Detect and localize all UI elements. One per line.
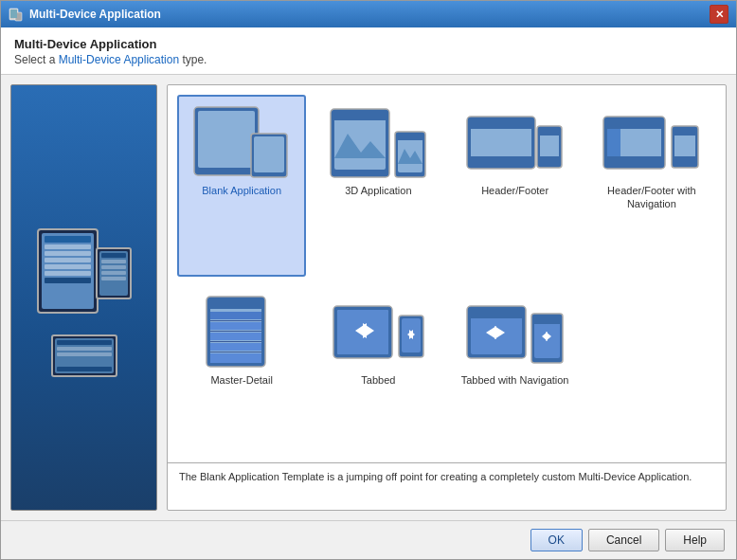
bottom-devices (51, 334, 117, 377)
svg-rect-36 (210, 320, 261, 321)
screen-line (101, 260, 126, 263)
devices-illustration (37, 219, 132, 323)
phone-icon (96, 247, 132, 299)
svg-rect-41 (210, 343, 261, 351)
tabbednav-label: Tabbed with Navigation (461, 373, 569, 387)
template-3d[interactable]: 3D Application (314, 95, 442, 277)
screen-line (45, 258, 91, 262)
svg-rect-37 (210, 322, 261, 330)
phone-screen (99, 251, 128, 296)
svg-rect-18 (471, 156, 531, 165)
3d-label: 3D Application (345, 184, 411, 197)
svg-rect-8 (334, 113, 386, 170)
subtitle-suffix: type. (179, 53, 207, 66)
3d-icon-container (326, 104, 430, 180)
svg-rect-14 (398, 135, 422, 140)
template-hf-nav[interactable]: Header/Footer with Navigation (587, 95, 716, 277)
svg-rect-4 (198, 111, 255, 168)
blank-icon (192, 105, 292, 179)
tabbednav-icon-container (463, 294, 567, 370)
template-tabbed-nav[interactable]: Tabbed with Navigation (451, 284, 580, 453)
screen-line (57, 340, 112, 345)
panel-illustration (37, 219, 132, 377)
md-icon (192, 295, 292, 369)
svg-rect-60 (534, 316, 560, 324)
svg-rect-2 (10, 9, 17, 18)
template-tabbed[interactable]: Tabbed (314, 284, 442, 453)
blank-icon-container (189, 104, 294, 180)
svg-rect-17 (471, 120, 531, 129)
screen-line (57, 367, 112, 371)
hf-icon-container (463, 104, 567, 180)
description-area: The Blank Application Template is a jump… (168, 462, 726, 510)
svg-rect-30 (674, 129, 695, 135)
cancel-button[interactable]: Cancel (588, 529, 659, 551)
help-button[interactable]: Help (665, 529, 725, 551)
blank-label: Blank Application (202, 184, 281, 197)
app-icon (9, 7, 24, 22)
footer: OK Cancel Help (1, 520, 736, 559)
template-header-footer[interactable]: Header/Footer (451, 95, 580, 277)
screen-line (57, 347, 112, 351)
left-panel (10, 84, 157, 511)
template-master-detail[interactable]: Master-Detail (177, 284, 306, 453)
svg-rect-22 (540, 156, 559, 163)
description-text: The Blank Application Template is a jump… (179, 471, 692, 482)
ok-button[interactable]: OK (530, 529, 583, 551)
hfnav-icon-container (600, 104, 704, 180)
svg-rect-43 (210, 353, 261, 363)
svg-rect-27 (607, 129, 620, 156)
hfnav-label: Header/Footer with Navigation (593, 184, 710, 211)
screen-line (45, 236, 91, 243)
hf-icon (465, 105, 565, 179)
subtitle-link[interactable]: Multi-Device Application (59, 53, 179, 66)
svg-rect-6 (254, 136, 284, 172)
md-label: Master-Detail (210, 373, 272, 387)
svg-rect-35 (210, 312, 261, 319)
svg-rect-42 (210, 352, 261, 352)
tabbed-icon (329, 295, 428, 369)
template-blank[interactable]: Blank Application (177, 95, 306, 277)
svg-rect-31 (674, 156, 695, 163)
screen-line (45, 271, 91, 276)
screen-line (101, 253, 126, 258)
template-grid: Blank Application (168, 85, 726, 462)
svg-rect-38 (210, 331, 261, 332)
3d-icon (329, 105, 428, 179)
screen-line (101, 265, 126, 269)
close-button[interactable]: ✕ (710, 5, 728, 24)
main-window: Multi-Device Application ✕ Multi-Device … (0, 0, 737, 560)
screen-line (101, 277, 126, 280)
dialog-title: Multi-Device Application (14, 37, 723, 51)
tabbed-label: Tabbed (361, 373, 395, 387)
svg-rect-25 (607, 120, 661, 129)
screen-line (45, 251, 91, 256)
tabbednav-icon (465, 295, 565, 369)
hf-label: Header/Footer (481, 184, 548, 197)
screen-line (45, 278, 91, 283)
svg-rect-40 (210, 341, 261, 342)
window-title: Multi-Device Application (29, 8, 710, 21)
hfnav-icon (602, 105, 701, 179)
md-icon-container (189, 294, 294, 370)
svg-rect-26 (607, 156, 661, 165)
tabbed-icon-container (326, 294, 430, 370)
svg-rect-34 (210, 300, 261, 309)
landscape-screen (55, 338, 114, 373)
header-area: Multi-Device Application Select a Multi-… (1, 27, 736, 75)
tablet-screen (42, 233, 94, 309)
screen-line (101, 271, 126, 275)
svg-rect-39 (210, 333, 261, 340)
landscape-phone-icon (51, 334, 117, 377)
subtitle-prefix: Select a (14, 53, 59, 66)
dialog-subtitle: Select a Multi-Device Application type. (14, 53, 723, 66)
svg-rect-10 (334, 113, 386, 120)
svg-rect-21 (540, 129, 559, 135)
tablet-icon (37, 228, 99, 314)
screen-line (45, 264, 91, 269)
content-area: Blank Application (1, 75, 736, 520)
main-panel: Blank Application (167, 84, 727, 511)
screen-line (45, 244, 91, 249)
svg-rect-55 (471, 310, 522, 318)
screen-line (57, 352, 112, 356)
